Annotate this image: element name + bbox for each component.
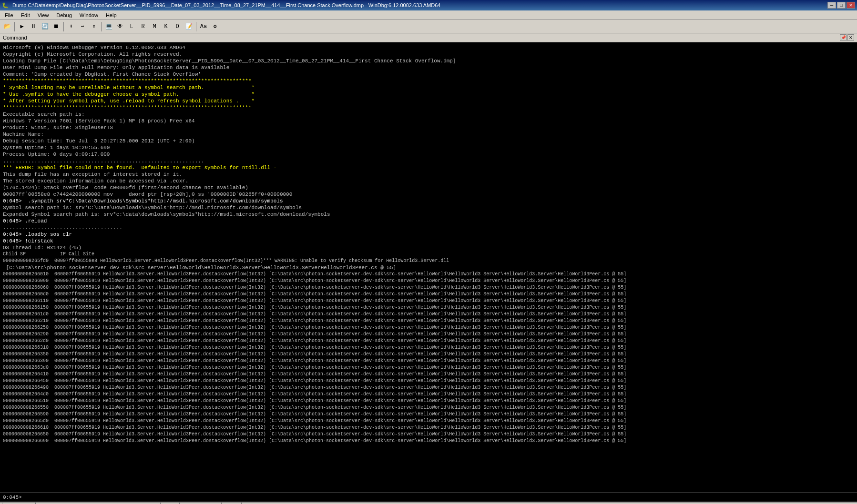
output-line: 0000000008266250 000007ff00655919 HelloW… <box>3 324 854 331</box>
output-line: Copyright (c) Microsoft Corporation. All… <box>3 51 854 58</box>
status-bar: Ln 0, Col 0 Sys 0:C:\Data Proc 000:176c … <box>0 502 857 504</box>
command-close-button[interactable]: ✕ <box>847 34 854 41</box>
output-line: Child SP IP Call Site <box>3 251 854 258</box>
output-line: System Uptime: 1 days 10:29:55.690 <box>3 144 854 151</box>
output-line: *** ERROR: Symbol file could not be foun… <box>3 164 854 171</box>
toolbar-disassembly[interactable]: D <box>172 21 183 32</box>
output-line: 0:045> !clrstack <box>3 238 854 244</box>
output-line: This dump file has an exception of inter… <box>3 171 854 178</box>
toolbar-cmd-window[interactable]: 💻 <box>103 21 114 32</box>
toolbar-sep-2 <box>63 22 64 31</box>
command-input-area: 0:045> <box>0 492 857 502</box>
toolbar-memory[interactable]: M <box>149 21 160 32</box>
toolbar-watch[interactable]: 👁 <box>115 21 125 32</box>
output-line: Executable search path is: <box>3 111 854 118</box>
output-line: 0000000008266510 000007ff00655919 HelloW… <box>3 398 854 404</box>
output-line: 0:045> .loadby sos clr <box>3 231 854 238</box>
command-input[interactable] <box>24 494 854 500</box>
app-icon: 🐛 <box>2 2 9 9</box>
output-line: Symbol search path is: srv*C:\Data\Downl… <box>3 204 854 211</box>
output-line: 0000000008266010 000007ff00655919 HelloW… <box>3 271 854 278</box>
output-line: Machine Name: <box>3 131 854 138</box>
toolbar-step-over[interactable]: ➡ <box>77 21 88 32</box>
output-line: [C:\Data\src\photon-socketserver-dev-sdk… <box>3 264 854 271</box>
toolbar-font[interactable]: Aa <box>198 21 209 32</box>
output-line: * After setting your symbol path, use .r… <box>3 98 854 104</box>
output-line: (176c.1424): Stack overflow code c00000f… <box>3 184 854 191</box>
output-line: 0000000008266110 000007ff00655919 HelloW… <box>3 298 854 304</box>
output-line: 0000000008265fd0 00007ff006558e8 HelloWo… <box>3 258 854 264</box>
command-pin-button[interactable]: 📌 <box>840 34 847 41</box>
toolbar-sep-4 <box>196 22 196 31</box>
menu-window[interactable]: Window <box>76 11 102 19</box>
output-line: 0:045> .sympath srv*C:\Data\Downloads\Sy… <box>3 198 854 204</box>
output-line: 0000000008266610 000007ff00655919 HelloW… <box>3 424 854 431</box>
menu-edit[interactable]: Edit <box>17 11 34 19</box>
menu-file[interactable]: File <box>1 11 17 19</box>
toolbar-go[interactable]: ▶ <box>17 21 27 32</box>
toolbar-callstack[interactable]: K <box>161 21 171 32</box>
output-line: 00000000082662d0 000007ff00655919 HelloW… <box>3 338 854 344</box>
output-line: 0000000008266490 000007ff00655919 HelloW… <box>3 384 854 391</box>
command-label-text: Command <box>3 35 27 40</box>
output-line: 0000000008266650 000007ff00655919 HelloW… <box>3 431 854 438</box>
output-line: Debug session time: Tue Jul 3 20:27:25.0… <box>3 138 854 144</box>
output-line: 0000000008266450 000007ff00655919 HelloW… <box>3 378 854 384</box>
menu-view[interactable]: View <box>34 11 53 19</box>
output-line: * Symbol loading may be unreliable witho… <box>3 84 854 91</box>
output-line: Comment: 'Dump created by DbgHost. First… <box>3 71 854 78</box>
output-line: 0000000008266590 000007ff00655919 HelloW… <box>3 411 854 418</box>
output-line: Product: WinNt, suite: SingleUserTS <box>3 124 854 131</box>
output-line: 00000000082665d0 000007ff00655919 HelloW… <box>3 418 854 424</box>
output-line: 0000000008266390 000007ff00655919 HelloW… <box>3 358 854 364</box>
output-line: Expanded Symbol search path is: srv*c:\d… <box>3 211 854 218</box>
toolbar-step-into[interactable]: ⬇ <box>66 21 76 32</box>
output-line: 00000000082663d0 000007ff00655919 HelloW… <box>3 364 854 371</box>
output-line: 00000000082660d0 000007ff00655919 HelloW… <box>3 291 854 298</box>
menu-debug[interactable]: Debug <box>52 11 75 19</box>
output-line: The stored exception information can be … <box>3 178 854 184</box>
output-line: 0000000008266410 000007ff00655919 HelloW… <box>3 371 854 378</box>
output-line: 0000000008266550 000007ff00655919 HelloW… <box>3 404 854 411</box>
output-line: ****************************************… <box>3 104 854 111</box>
toolbar-stop[interactable]: ⏹ <box>51 21 61 32</box>
output-line: Loading Dump File [C:\Data\temp\DebugDia… <box>3 58 854 64</box>
output-line: 0000000008266090 000007ff00655919 HelloW… <box>3 278 854 284</box>
menu-help[interactable]: Help <box>102 11 121 19</box>
toolbar-step-out[interactable]: ⬆ <box>89 21 99 32</box>
output-line: Microsoft (R) Windows Debugger Version 6… <box>3 44 854 51</box>
output-line: 0000000008266350 000007ff00655919 HelloW… <box>3 351 854 358</box>
output-line: ****************************************… <box>3 78 854 84</box>
toolbar-sep-1 <box>14 22 15 31</box>
input-prompt: 0:045> <box>3 494 22 500</box>
output-line: ........................................… <box>3 158 854 164</box>
output-line: 00000000082661d0 000007ff00655919 HelloW… <box>3 311 854 318</box>
close-button[interactable]: ✕ <box>847 2 855 9</box>
output-line: Windows 7 Version 7601 (Service Pack 1) … <box>3 118 854 124</box>
output-line: ...................................... <box>3 224 854 231</box>
toolbar-open[interactable]: 📂 <box>2 21 12 32</box>
output-line: 0:045> .reload <box>3 218 854 224</box>
minimize-button[interactable]: ─ <box>827 2 836 9</box>
toolbar-scratch[interactable]: 📝 <box>184 21 194 32</box>
output-line: Process Uptime: 0 days 0:00:17.000 <box>3 151 854 158</box>
menu-bar: File Edit View Debug Window Help <box>0 10 857 20</box>
toolbar-options[interactable]: ⚙ <box>210 21 220 32</box>
toolbar: 📂 ▶ ⏸ 🔄 ⏹ ⬇ ➡ ⬆ 💻 👁 L R M K D 📝 Aa ⚙ <box>0 20 857 33</box>
toolbar-registers[interactable]: R <box>138 21 148 32</box>
output-line: 0000000008266150 000007ff00655919 HelloW… <box>3 304 854 311</box>
output-line: 00007ff`00558e8 c74424200000000 mov dwor… <box>3 191 854 198</box>
window-title: Dump C:\Data\temp\DebugDiag\PhotonSocket… <box>10 2 827 8</box>
toolbar-restart[interactable]: 🔄 <box>40 21 50 32</box>
toolbar-break[interactable]: ⏸ <box>28 21 39 32</box>
debugger-output[interactable]: Microsoft (R) Windows Debugger Version 6… <box>0 42 857 492</box>
toolbar-locals[interactable]: L <box>126 21 137 32</box>
output-line: 00000000082664d0 000007ff00655919 HelloW… <box>3 391 854 398</box>
output-line: 0000000008266060 000007ff00655919 HelloW… <box>3 284 854 291</box>
title-bar: 🐛 Dump C:\Data\temp\DebugDiag\PhotonSock… <box>0 0 857 10</box>
title-buttons: ─ □ ✕ <box>827 2 855 9</box>
output-line: * Use .symfix to have the debugger choos… <box>3 91 854 98</box>
command-panel-header: Command 📌 ✕ <box>0 33 857 42</box>
maximize-button[interactable]: □ <box>837 2 846 9</box>
output-line: OS Thread Id: 0x1424 (45) <box>3 244 854 251</box>
